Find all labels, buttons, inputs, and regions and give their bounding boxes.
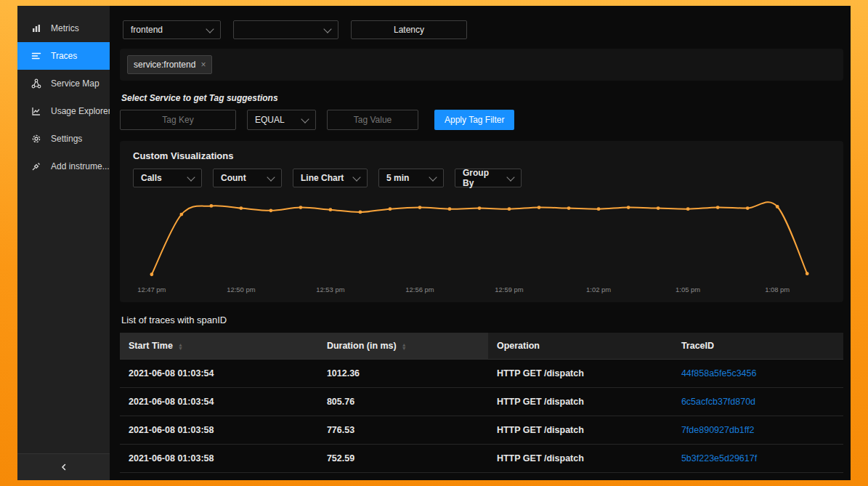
api-plug-icon [31, 161, 41, 171]
x-axis-tick-label: 12:56 pm [405, 285, 434, 293]
chart-point[interactable] [209, 204, 213, 208]
sidebar-item-label: Service Map [51, 78, 100, 89]
visualization-controls: Calls Count Line Chart 5 min Group By [133, 169, 832, 187]
traces-table: Start Time▲▼ Duration (in ms)▲▼ Operatio… [120, 333, 843, 473]
tag-key-input[interactable] [120, 110, 236, 130]
sidebar-item-usage-explorer[interactable]: Usage Explorer [17, 97, 110, 125]
chart-point[interactable] [389, 207, 392, 211]
sidebar-nav: Metrics Traces Service Map Usage Explore… [17, 15, 110, 180]
chart-point[interactable] [567, 206, 571, 210]
custom-visualizations-panel: Custom Visualizations Calls Count Line C… [120, 141, 843, 302]
table-row: 2021-06-08 01:03:58 752.59 HTTP GET /dis… [120, 445, 843, 473]
chart-point[interactable] [686, 207, 690, 211]
interval-select[interactable]: 5 min [378, 169, 444, 187]
chart-point[interactable] [806, 272, 809, 275]
cell-duration: 1012.36 [318, 360, 488, 388]
top-filter-row: frontend Latency [123, 20, 843, 39]
chart-point[interactable] [418, 206, 422, 209]
chart-point[interactable] [538, 206, 541, 209]
chart-point[interactable] [746, 206, 750, 210]
filter-tag-chip[interactable]: service:frontend × [127, 55, 212, 74]
cell-start-time: 2021-06-08 01:03:58 [120, 416, 318, 445]
x-axis-tick-label: 12:47 pm [137, 285, 166, 293]
chart-point[interactable] [478, 206, 482, 210]
column-header-start-time[interactable]: Start Time▲▼ [120, 333, 318, 360]
service-select-value: frontend [131, 25, 163, 35]
tag-filter-row: EQUAL Apply Tag Filter [120, 110, 843, 130]
sidebar-item-label: Add instrume... [51, 161, 110, 171]
metric-select[interactable]: Calls [133, 169, 202, 187]
cell-duration: 805.76 [318, 388, 488, 416]
aggregation-select[interactable]: Count [213, 169, 282, 187]
chart-point[interactable] [657, 206, 660, 210]
chart-point[interactable] [359, 211, 362, 214]
cell-operation: HTTP GET /dispatch [488, 360, 673, 388]
trace-id-link[interactable]: 7fde890927db1ff2 [681, 425, 755, 435]
column-header-operation: Operation [488, 333, 673, 360]
sidebar-item-settings[interactable]: Settings [17, 125, 110, 153]
gear-icon [31, 134, 41, 144]
chevron-left-icon [60, 463, 68, 471]
table-row: 2021-06-08 01:03:58 776.53 HTTP GET /dis… [120, 416, 843, 445]
table-header-row: Start Time▲▼ Duration (in ms)▲▼ Operatio… [120, 333, 843, 360]
chart-point[interactable] [299, 206, 303, 209]
chart-type-select[interactable]: Line Chart [293, 169, 368, 187]
sidebar-item-label: Settings [51, 134, 82, 144]
sidebar-item-service-map[interactable]: Service Map [17, 70, 110, 97]
trace-id-link[interactable]: 44f858a5fe5c3456 [681, 368, 757, 378]
operator-select[interactable]: EQUAL [247, 110, 316, 130]
chart-point[interactable] [150, 272, 153, 276]
chart-point[interactable] [627, 206, 630, 209]
sort-icon: ▲▼ [178, 343, 183, 350]
cell-start-time: 2021-06-08 01:03:58 [120, 445, 318, 473]
x-axis-tick-label: 1:05 pm [676, 285, 700, 293]
chart-point[interactable] [508, 207, 511, 211]
chart-canvas[interactable]: 12:47 pm12:50 pm12:53 pm12:56 pm12:59 pm… [131, 189, 832, 299]
tag-value-input[interactable] [327, 110, 418, 130]
line-chart-icon [31, 106, 41, 116]
chart-point[interactable] [597, 207, 601, 211]
chart-point[interactable] [716, 206, 720, 209]
chevron-down-icon [301, 115, 309, 123]
operator-select-value: EQUAL [255, 115, 285, 125]
operation-select[interactable] [233, 20, 338, 39]
chart-point[interactable] [448, 207, 452, 211]
main-content: frontend Latency service:frontend × Sele… [110, 6, 851, 480]
chart-point[interactable] [239, 206, 243, 210]
latency-button[interactable]: Latency [351, 20, 467, 39]
chevron-down-icon [187, 173, 195, 181]
chart-point[interactable] [329, 208, 333, 211]
table-row: 2021-06-08 01:03:54 1012.36 HTTP GET /di… [120, 360, 843, 388]
cell-start-time: 2021-06-08 01:03:54 [120, 360, 318, 388]
chart-point[interactable] [269, 208, 273, 212]
trace-id-link[interactable]: 5b3f223e5d29617f [681, 453, 757, 463]
x-axis-tick-label: 1:02 pm [586, 285, 611, 293]
cell-start-time: 2021-06-08 01:03:54 [120, 388, 318, 416]
chart-point[interactable] [179, 213, 183, 216]
cell-traceid: 44f858a5fe5c3456 [673, 360, 843, 388]
column-header-duration[interactable]: Duration (in ms)▲▼ [318, 333, 488, 360]
chevron-down-icon [352, 173, 360, 181]
panel-title: Custom Visualizations [133, 150, 832, 161]
chart-line [152, 202, 807, 274]
x-axis-tick-label: 12:50 pm [227, 285, 255, 293]
column-header-traceid: TraceID [673, 333, 843, 360]
sidebar-collapse-button[interactable] [17, 453, 110, 480]
sidebar-item-label: Usage Explorer [51, 106, 111, 116]
sort-icon: ▲▼ [402, 343, 407, 350]
sidebar-item-metrics[interactable]: Metrics [17, 15, 110, 42]
chevron-down-icon [267, 173, 275, 181]
x-axis-tick-label: 12:59 pm [495, 285, 523, 293]
sidebar-item-add-instrumentation[interactable]: Add instrume... [17, 153, 110, 180]
close-icon[interactable]: × [200, 60, 206, 69]
service-select[interactable]: frontend [123, 20, 221, 39]
apply-tag-filter-button[interactable]: Apply Tag Filter [434, 110, 514, 130]
cell-traceid: 6c5acfcb37fd870d [673, 388, 843, 416]
group-by-select[interactable]: Group By [455, 169, 522, 187]
chart-point[interactable] [776, 205, 779, 208]
sidebar-item-traces[interactable]: Traces [17, 42, 110, 70]
x-axis-tick-label: 1:08 pm [765, 285, 790, 293]
calls-line-chart[interactable]: 12:47 pm12:50 pm12:53 pm12:56 pm12:59 pm… [131, 189, 832, 299]
trace-id-link[interactable]: 6c5acfcb37fd870d [681, 397, 755, 407]
cell-traceid: 7fde890927db1ff2 [673, 416, 843, 445]
